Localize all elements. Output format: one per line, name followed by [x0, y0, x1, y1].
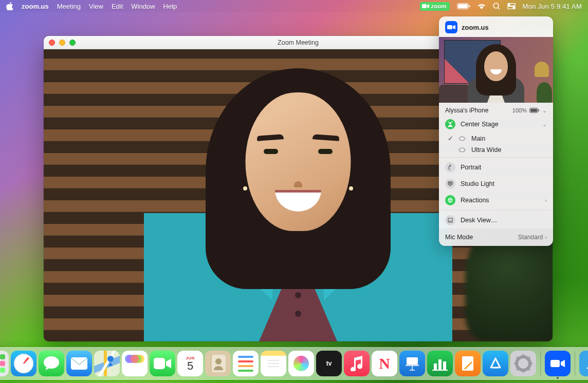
desk-view-icon: [445, 215, 455, 225]
device-battery-percent: 100%: [512, 107, 527, 113]
svg-point-21: [451, 199, 451, 200]
svg-rect-0: [422, 4, 427, 8]
chevron-down-icon: ⌄: [542, 107, 547, 114]
svg-rect-12: [530, 109, 537, 112]
dock-safari[interactable]: [11, 351, 36, 376]
dock-downloads[interactable]: [579, 351, 588, 376]
lens-icon: [458, 147, 466, 152]
lens-ultrawide-row[interactable]: Ultra Wide: [439, 144, 553, 156]
svg-rect-3: [469, 5, 470, 7]
dock-keynote[interactable]: [399, 351, 425, 376]
svg-point-30: [107, 356, 114, 362]
camera-preview: [439, 37, 553, 103]
svg-rect-44: [443, 361, 446, 370]
svg-point-20: [449, 199, 450, 200]
dock: JUN 5 tv N: [0, 347, 588, 380]
dock-freeform[interactable]: [288, 351, 314, 376]
svg-rect-38: [407, 357, 418, 365]
reactions-label: Reactions: [461, 197, 540, 204]
portrait-label: Portrait: [461, 164, 547, 171]
dock-tv[interactable]: tv: [316, 351, 342, 376]
window-close-button[interactable]: [49, 40, 55, 46]
svg-rect-46: [462, 356, 473, 371]
dock-photos[interactable]: [122, 351, 148, 376]
chevron-right-icon: ›: [545, 197, 547, 203]
dock-calendar[interactable]: JUN 5: [177, 351, 203, 376]
dock-news[interactable]: N: [372, 351, 397, 376]
svg-point-9: [513, 7, 514, 9]
dock-messages[interactable]: [39, 351, 64, 376]
lens-main-row[interactable]: ✓ Main: [439, 132, 553, 144]
checkmark-icon: ✓: [447, 135, 453, 142]
dock-maps[interactable]: [94, 351, 120, 376]
svg-point-15: [450, 165, 451, 166]
camera-control-panel: zoom.us Alyssa's iPhone 100% ⌄ Center St…: [439, 16, 553, 246]
portrait-row[interactable]: Portrait: [439, 159, 553, 176]
center-stage-icon: [445, 119, 455, 129]
desk-view-row[interactable]: Desk View…: [439, 212, 553, 228]
spotlight-search-icon[interactable]: [493, 3, 500, 10]
dock-numbers[interactable]: [427, 351, 453, 376]
dock-reminders[interactable]: [233, 351, 259, 376]
apple-menu-icon[interactable]: [6, 2, 13, 10]
mic-mode-value: Standard: [518, 234, 543, 241]
svg-rect-31: [154, 358, 165, 369]
dock-contacts[interactable]: [205, 351, 231, 376]
control-center-icon[interactable]: [507, 3, 516, 9]
dock-music[interactable]: [344, 351, 370, 376]
preview-participant: [465, 41, 527, 103]
reactions-row[interactable]: Reactions ›: [439, 192, 553, 208]
mic-mode-row[interactable]: Mic Mode Standard ›: [439, 228, 553, 246]
svg-rect-10: [447, 25, 452, 29]
svg-point-7: [508, 4, 510, 6]
dock-pages[interactable]: [455, 351, 481, 376]
svg-point-48: [518, 358, 528, 369]
chevron-right-icon: ›: [545, 234, 547, 240]
svg-point-27: [44, 356, 59, 369]
device-row[interactable]: Alyssa's iPhone 100% ⌄: [439, 103, 553, 116]
status-camera-pill[interactable]: zoom: [420, 2, 450, 11]
menu-edit[interactable]: Edit: [112, 3, 123, 10]
window-zoom-button[interactable]: [69, 40, 76, 46]
zoom-app-icon: [445, 21, 457, 33]
dock-appstore[interactable]: [483, 351, 508, 376]
studio-light-row[interactable]: Studio Light: [439, 176, 553, 192]
panel-header: zoom.us: [439, 16, 553, 37]
dock-launchpad[interactable]: [0, 351, 9, 376]
svg-point-34: [215, 358, 222, 365]
menu-help[interactable]: Help: [163, 3, 177, 10]
portrait-icon: [445, 162, 455, 173]
menu-window[interactable]: Window: [131, 3, 155, 10]
battery-icon: [529, 108, 540, 113]
menu-view[interactable]: View: [89, 3, 103, 10]
status-camera-label: zoom: [431, 3, 447, 9]
menu-meeting[interactable]: Meeting: [57, 3, 81, 10]
chevron-down-icon: ⌄: [542, 121, 547, 128]
lens-main-label: Main: [471, 135, 485, 142]
svg-rect-43: [438, 359, 442, 370]
studio-light-icon: [445, 179, 455, 189]
dock-settings[interactable]: [510, 351, 536, 376]
mic-mode-label: Mic Mode: [445, 234, 473, 241]
menubar: zoom.us Meeting View Edit Window Help zo…: [0, 0, 588, 12]
center-stage-row[interactable]: Center Stage ⌄: [439, 116, 553, 132]
center-stage-label: Center Stage: [461, 121, 537, 128]
app-menu[interactable]: zoom.us: [22, 3, 49, 10]
menubar-clock[interactable]: Mon Jun 5 9:41 AM: [523, 3, 582, 10]
reactions-icon: [445, 195, 455, 205]
desk-view-label: Desk View…: [461, 217, 547, 224]
svg-point-4: [493, 3, 499, 8]
dock-notes[interactable]: [261, 351, 286, 376]
wifi-status-icon[interactable]: [477, 3, 486, 9]
main-participant-video: [162, 54, 434, 341]
dock-mail[interactable]: [66, 351, 92, 376]
tv-label: tv: [326, 360, 332, 367]
svg-rect-28: [71, 357, 87, 370]
window-minimize-button[interactable]: [59, 40, 65, 46]
dock-facetime[interactable]: [150, 351, 175, 376]
svg-rect-2: [458, 4, 468, 8]
dock-zoom[interactable]: [545, 351, 571, 376]
battery-status-icon[interactable]: [457, 3, 470, 9]
svg-rect-22: [448, 218, 452, 221]
panel-app-name: zoom.us: [462, 24, 489, 31]
